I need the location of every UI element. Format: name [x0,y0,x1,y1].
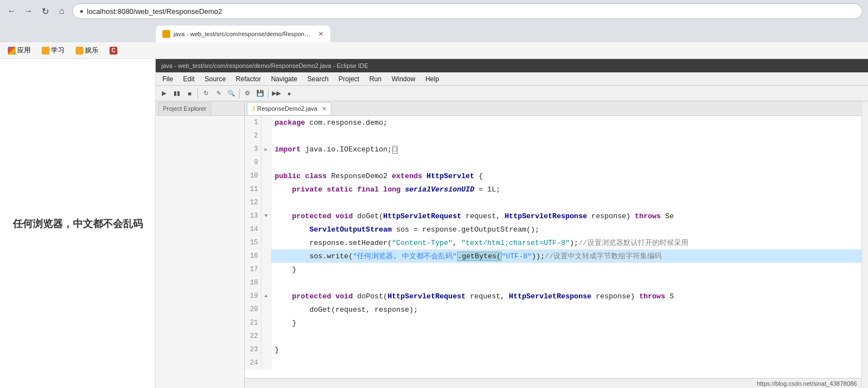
active-tab[interactable]: java - web_test/src/com/response/demo/Re… [156,26,330,42]
reload-button[interactable]: ↻ [39,5,51,17]
line-gutter-15 [261,236,271,249]
line-content-17: } [271,266,861,274]
home-button[interactable]: ⌂ [56,5,68,17]
line-content-9 [271,159,861,167]
line-content-1: package com.response.demo; [271,119,861,127]
toolbar-btn-3[interactable]: ■ [183,87,196,100]
toolbar-btn-9[interactable]: ▶▶ [270,87,282,100]
toolbar-btn-10[interactable]: ● [283,87,295,100]
code-line-20: 20 doGet(request, response); [245,303,861,316]
tab-favicon [162,30,170,38]
line-gutter-17 [261,263,271,276]
line-content-22 [271,332,861,341]
java-file-icon: J [252,105,255,112]
code-line-14: 14 ServletOutputStream sos = response.ge… [245,223,861,236]
toolbar-btn-2[interactable]: ▮▮ [171,87,183,100]
entertainment-icon [76,47,83,55]
sidebar-text: 任何浏览器，中文都不会乱码 [13,217,143,230]
line-content-15: response.setHeader("Content-Type", "text… [271,238,861,248]
code-line-18: 18 [245,276,861,289]
line-num-21: 21 [245,316,261,330]
line-num-15: 15 [245,236,261,249]
bookmark-apps-label: 应用 [17,46,31,55]
line-gutter-9 [261,156,271,169]
line-gutter-20 [261,303,271,316]
eclipse-toolbar: ▶ ▮▮ ■ ↻ ✎ 🔍 ⚙ 💾 ▶▶ ● [156,86,868,101]
line-content-16: sos.write("任何浏览器, 中文都不会乱码".getBytes("UTF… [271,251,861,261]
line-gutter-18 [261,276,271,289]
eclipse-title-text: java - web_test/src/com/response/demo/Re… [161,62,368,69]
browser-content: 任何浏览器，中文都不会乱码 java - web_test/src/com/re… [0,59,868,388]
line-num-23: 23 [245,343,261,356]
toolbar-sep-3 [268,89,269,99]
bookmark-study[interactable]: 学习 [38,45,68,56]
sidebar-panel: 任何浏览器，中文都不会乱码 [0,59,156,388]
line-content-2 [271,132,861,140]
line-gutter-19: ▲ [261,289,271,303]
editor-tab-close[interactable]: ✕ [322,106,326,112]
menu-help[interactable]: Help [421,74,444,84]
toolbar-btn-4[interactable]: ↻ [200,87,212,100]
menu-refactor[interactable]: Refactor [231,74,265,84]
tab-title: java - web_test/src/com/response/demo/Re… [173,31,313,37]
line-gutter-16 [261,249,271,263]
line-gutter-12 [261,196,271,209]
code-line-9: 9 [245,156,861,169]
line-num-11: 11 [245,183,261,196]
toolbar-btn-5[interactable]: ✎ [212,87,225,100]
eclipse-body: Project Explorer J ResponseDemo2.java ✕ [156,101,868,388]
menu-navigate[interactable]: Navigate [266,74,301,84]
line-content-18 [271,279,861,287]
menu-file[interactable]: File [158,74,177,84]
line-content-10: public class ResponseDemo2 extends HttpS… [271,172,861,180]
forward-button[interactable]: → [22,5,34,17]
menu-window[interactable]: Window [387,74,420,84]
line-num-1: 1 [245,116,261,129]
address-bar[interactable]: ● localhost:8080/web_test/ResponseDemo2 [72,3,862,19]
line-content-12 [271,199,861,207]
tab-close-icon[interactable]: ✕ [318,30,324,38]
menu-search[interactable]: Search [303,74,333,84]
back-button[interactable]: ← [6,5,18,17]
eclipse-window: java - web_test/src/com/response/demo/Re… [156,59,868,388]
line-num-9: 9 [245,156,261,169]
toolbar-btn-7[interactable]: ⚙ [241,87,254,100]
line-gutter-3: ▶ [261,143,271,156]
bookmark-apps[interactable]: 应用 [4,45,34,56]
menu-edit[interactable]: Edit [178,74,199,84]
line-content-14: ServletOutputStream sos = response.getOu… [271,225,861,234]
bookmark-c[interactable]: C [106,46,121,56]
line-num-16: 16 [245,249,261,263]
line-content-19: protected void doPost(HttpServletRequest… [271,292,861,301]
line-content-3: import java.io.IOException;□ [271,145,861,154]
code-line-2: 2 [245,129,861,143]
project-explorer-label: Project Explorer [163,105,206,112]
line-num-17: 17 [245,263,261,276]
editor-scrollbar[interactable] [861,101,868,388]
toolbar-btn-8[interactable]: 💾 [254,87,266,100]
line-num-13: 13 [245,209,261,223]
project-explorer-tab[interactable]: Project Explorer [158,102,211,115]
line-content-20: doGet(request, response); [271,306,861,314]
code-line-24: 24 [245,356,861,370]
line-content-24 [271,359,861,367]
menu-project[interactable]: Project [334,74,364,84]
code-line-3: 3 ▶ import java.io.IOException;□ [245,143,861,156]
line-gutter-13: ▼ [261,209,271,223]
line-content-13: protected void doGet(HttpServletRequest … [271,212,861,220]
editor-tab-responsedemo2[interactable]: J ResponseDemo2.java ✕ [247,102,331,115]
menu-run[interactable]: Run [365,74,386,84]
code-editor[interactable]: 1 package com.response.demo; 2 3 [245,116,861,378]
bookmark-entertainment[interactable]: 娱乐 [72,45,102,56]
code-line-17: 17 } [245,263,861,276]
line-gutter-2 [261,129,271,143]
code-line-21: 21 } [245,316,861,330]
toolbar-btn-6[interactable]: 🔍 [225,87,237,100]
line-num-22: 22 [245,330,261,343]
toolbar-btn-1[interactable]: ▶ [158,87,170,100]
browser-nav: ← → ↻ ⌂ ● localhost:8080/web_test/Respon… [0,0,868,22]
line-num-18: 18 [245,276,261,289]
line-num-20: 20 [245,303,261,316]
c-icon: C [110,47,117,55]
menu-source[interactable]: Source [200,74,230,84]
